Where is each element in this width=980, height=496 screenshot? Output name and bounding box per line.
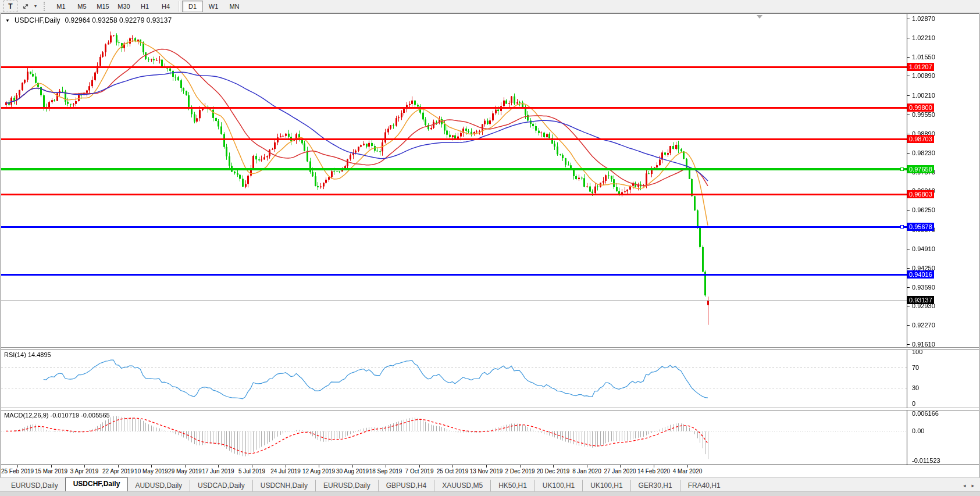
chart-tab-eurusd-daily[interactable]: EURUSD,Daily	[315, 480, 378, 491]
pointer-tool-icon[interactable]	[20, 1, 31, 12]
pane-separator[interactable]	[1, 347, 979, 350]
y-axis-tick-label: 1.01550	[912, 53, 935, 60]
y-axis-tick-label: 1.00210	[912, 92, 935, 99]
y-axis-tick-label: 0.94910	[912, 245, 935, 252]
x-axis-tick-mark	[17, 465, 18, 468]
horizontal-level-line-0-96803[interactable]	[1, 194, 907, 195]
diagonal-arrows-icon	[22, 2, 30, 10]
horizontal-level-line-0-95678[interactable]	[1, 226, 907, 228]
x-axis-tick-mark	[218, 465, 219, 468]
x-axis-tick-label: 18 Sep 2019	[369, 468, 402, 474]
chart-title-symbol: USDCHF,Daily	[15, 16, 60, 24]
timeframe-button-m15[interactable]: M15	[92, 1, 113, 12]
chart-tab-fra40-h1[interactable]: FRA40,H1	[680, 480, 728, 491]
x-axis-tick-mark	[553, 465, 554, 468]
x-axis-tick-mark	[286, 465, 286, 468]
chart-tab-audusd-daily[interactable]: AUDUSD,Daily	[127, 480, 190, 491]
status-strip	[0, 491, 980, 496]
chart-tab-uk100-h1[interactable]: UK100,H1	[534, 480, 582, 491]
x-axis-tick-label: 8 Jan 2020	[572, 468, 601, 474]
x-axis-tick-label: 12 Aug 2019	[302, 468, 335, 474]
horizontal-level-line-0-99800[interactable]	[1, 107, 907, 109]
x-axis-tick-label: 5 Jul 2019	[238, 468, 265, 474]
chart-tab-eurusd-daily[interactable]: EURUSD,Daily	[3, 480, 66, 491]
timeframe-button-w1[interactable]: W1	[203, 1, 224, 12]
chart-shift-marker-icon[interactable]	[757, 15, 762, 19]
x-axis-tick-mark	[386, 465, 386, 468]
rsi-axis-label: 70	[912, 364, 919, 371]
horizontal-level-line-0-98703[interactable]	[1, 138, 907, 140]
x-axis-tick-mark	[151, 465, 152, 468]
chart-tab-gbpusd-h4[interactable]: GBPUSD,H4	[378, 480, 434, 491]
y-axis-tick-mark	[907, 153, 910, 154]
tool-dropdown-arrow[interactable]: ▾	[32, 1, 39, 12]
time-axis-line	[1, 465, 979, 465]
chart-tab-ger30-h1[interactable]: GER30,H1	[630, 480, 680, 491]
x-axis-tick-mark	[252, 465, 252, 468]
macd-axis-label: -0.011523	[912, 457, 940, 464]
y-axis-tick-label: 1.00890	[912, 72, 935, 79]
x-axis-tick-label: 2 Dec 2019	[505, 468, 534, 474]
timeframe-button-m1[interactable]: M1	[51, 1, 72, 12]
macd-indicator-canvas[interactable]	[1, 410, 907, 465]
tab-scroll-left-icon[interactable]: ◂	[963, 483, 966, 488]
y-axis-tick-label: 0.92270	[912, 322, 935, 329]
horizontal-level-line-0-94016[interactable]	[1, 274, 907, 276]
chart-tab-uk100-h1[interactable]: UK100,H1	[582, 480, 630, 491]
y-axis-tick-mark	[907, 306, 910, 306]
rsi-indicator-canvas[interactable]	[1, 349, 907, 408]
x-axis-tick-mark	[319, 465, 319, 468]
text-tool-button[interactable]: T	[3, 1, 17, 12]
y-axis-tick-label: 0.93590	[912, 284, 935, 291]
x-axis-tick-mark	[620, 465, 621, 468]
x-axis-tick-mark	[687, 465, 688, 468]
chart-tab-bar: EURUSD,DailyUSDCHF,DailyAUDUSD,DailyUSDC…	[0, 477, 980, 491]
y-axis-tick-mark	[907, 95, 910, 96]
y-axis-tick-mark	[907, 210, 910, 210]
x-axis-tick-label: 25 Oct 2019	[437, 468, 468, 474]
x-axis-tick-label: 27 Jan 2020	[604, 468, 636, 474]
price-level-badge: 0.99800	[907, 104, 934, 112]
x-axis-tick-label: 24 Jul 2019	[270, 468, 301, 474]
chart-tab-xauusd-m5[interactable]: XAUUSD,M5	[434, 480, 490, 491]
timeframe-button-m30[interactable]: M30	[113, 1, 134, 12]
y-axis-tick-mark	[907, 268, 910, 269]
rsi-label: RSI(14) 14.4895	[4, 351, 51, 358]
price-level-badge: 0.96803	[907, 190, 934, 198]
timeframe-button-m5[interactable]: M5	[72, 1, 92, 12]
x-axis-tick-label: 7 Oct 2019	[405, 468, 434, 474]
collapse-caret-icon[interactable]: ▼	[5, 18, 10, 23]
x-axis-tick-label: 17 Jun 2019	[202, 468, 234, 474]
x-axis-tick-mark	[520, 465, 521, 468]
y-axis-tick-mark	[907, 57, 910, 58]
y-axis-tick-label: 1.02870	[912, 15, 935, 22]
horizontal-level-line-0-97658[interactable]	[1, 168, 907, 170]
timeframe-button-h1[interactable]: H1	[134, 1, 155, 12]
candlestick-chart-canvas[interactable]	[1, 14, 907, 347]
line-drag-handle[interactable]	[900, 225, 904, 229]
price-level-badge: 0.97658	[907, 165, 934, 173]
toolbar-drag-handle[interactable]	[44, 2, 47, 11]
chart-tab-hk50-h1[interactable]: HK50,H1	[490, 480, 534, 491]
line-drag-handle[interactable]	[900, 167, 904, 171]
tab-scroll-right-icon[interactable]: ▸	[971, 483, 974, 488]
y-axis-tick-mark	[907, 325, 910, 326]
macd-axis-label: 0.00	[912, 427, 924, 434]
y-axis-tick-mark	[907, 19, 910, 19]
tab-scroll-nav: ◂ ▸	[963, 483, 974, 488]
y-axis-tick-mark	[907, 115, 910, 115]
x-axis-tick-label: 30 Aug 2019	[336, 468, 369, 474]
pane-separator[interactable]	[1, 408, 979, 411]
rsi-axis-label: 30	[912, 384, 919, 391]
timeframe-button-h4[interactable]: H4	[155, 1, 176, 12]
macd-axis-label: 0.006166	[912, 410, 939, 417]
timeframe-button-d1[interactable]: D1	[182, 1, 203, 12]
chart-title-ohlc: 0.92964 0.93258 0.92279 0.93137	[65, 16, 172, 24]
chart-tab-usdcad-daily[interactable]: USDCAD,Daily	[190, 480, 252, 491]
x-axis-tick-label: 3 Apr 2019	[70, 468, 98, 474]
chart-tab-usdchf-daily[interactable]: USDCHF,Daily	[65, 477, 129, 491]
timeframe-button-mn[interactable]: MN	[224, 1, 245, 12]
chart-tab-usdcnh-daily[interactable]: USDCNH,Daily	[252, 480, 315, 491]
y-axis-tick-label: 0.98230	[912, 149, 935, 156]
horizontal-level-line-1-01207[interactable]	[1, 66, 907, 68]
